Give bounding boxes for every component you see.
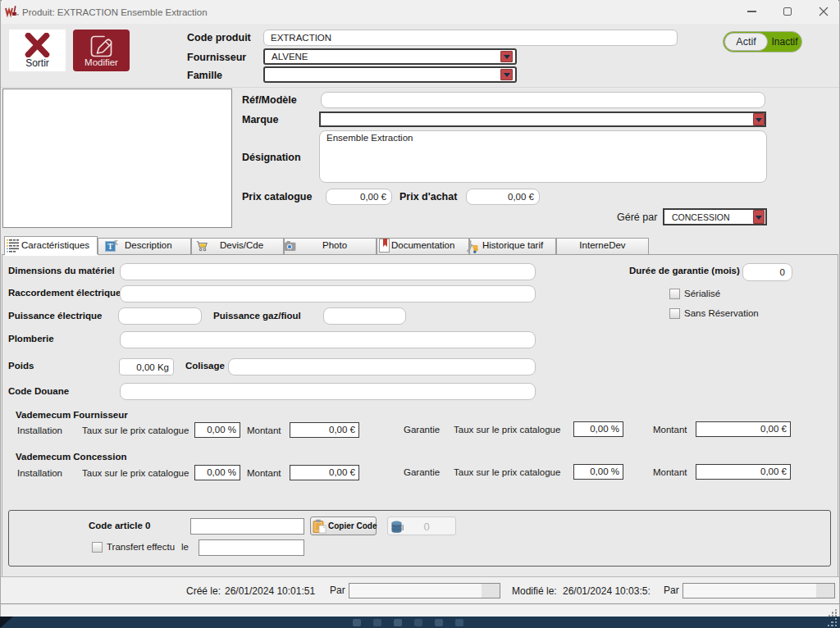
- svg-text:T: T: [107, 243, 113, 251]
